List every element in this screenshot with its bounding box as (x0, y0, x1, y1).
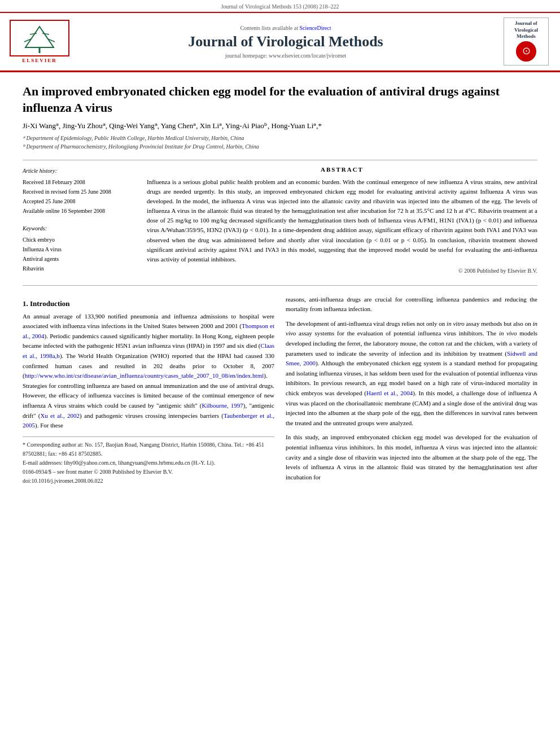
revised-date: Received in revised form 25 June 2008 (23, 187, 135, 196)
journal-citation: Journal of Virological Methods 153 (2008… (221, 3, 339, 10)
journal-logo-right: Journal ofVirologicalMethods ⊙ (504, 18, 549, 65)
keyword-2: Influenza A virus (23, 244, 135, 254)
intro-para-3: The development of anti-influenza viral … (286, 319, 537, 429)
affiliation-a: ᵃ Department of Epidemiology, Public Hea… (23, 134, 537, 142)
caused-word: caused (100, 333, 117, 339)
journal-header: Journal of Virological Methods 153 (2008… (0, 0, 560, 13)
journal-icon: ⊙ (516, 41, 536, 62)
affiliations: ᵃ Department of Epidemiology, Public Hea… (23, 134, 537, 151)
affiliation-b: ᵇ Department of Pharmacochemistry, Heilo… (23, 142, 537, 151)
keywords-box: Keywords: Chick embryo Influenza A virus… (23, 224, 135, 273)
article-history: Article history: Received 18 February 20… (23, 166, 135, 216)
received-date: Received 18 February 2008 (23, 177, 135, 187)
abstract-text: Influenza is a serious global public hea… (147, 177, 537, 264)
main-content: An improved embryonated chicken egg mode… (0, 72, 560, 498)
elsevier-logo-text (10, 20, 69, 56)
article-title: An improved embryonated chicken egg mode… (23, 84, 537, 116)
copyright-line: © 2008 Published by Elsevier B.V. (147, 268, 537, 274)
abstract-section-layout: Article history: Received 18 February 20… (23, 166, 537, 279)
sciencedirect-line: Contents lists available at ScienceDirec… (68, 25, 504, 31)
abstract-right-col: ABSTRACT Influenza is a serious global p… (147, 166, 537, 279)
ref-claas[interactable]: Claas et al., 1998a,b (23, 342, 274, 359)
intro-para-2: reasons, anti-influenza drugs are crucia… (286, 295, 537, 314)
ref-sidwell[interactable]: Sidwell and Smee, 2000 (286, 350, 537, 367)
footnote-issn: 0166-0934/$ – see front matter © 2008 Pu… (23, 468, 274, 477)
online-date: Available online 16 September 2008 (23, 206, 135, 216)
history-title: Article history: (23, 166, 135, 176)
footnote-email: E-mail addresses: lihy00@yahoo.com.cn, l… (23, 458, 274, 468)
accepted-date: Accepted 25 June 2008 (23, 196, 135, 206)
keyword-1: Chick embryo (23, 235, 135, 244)
sciencedirect-link[interactable]: ScienceDirect (299, 25, 331, 31)
journal-banner: ELSEVIER Contents lists available at Sci… (0, 13, 560, 71)
body-two-col: 1. Introduction An annual average of 133… (23, 295, 537, 487)
footnote-corresponding: * Corresponding author at: No. 157, Baoj… (23, 440, 274, 458)
journal-title-banner: Journal of Virological Methods (68, 33, 504, 50)
ref-kilbourne[interactable]: Kilbourne, 1997 (202, 402, 243, 409)
left-meta-col: Article history: Received 18 February 20… (23, 166, 135, 279)
intro-para-4: In this study, an improved embryonated c… (286, 433, 537, 482)
keywords-title: Keywords: (23, 224, 135, 233)
keyword-3: Antiviral agents (23, 254, 135, 264)
divider-2 (23, 285, 537, 286)
ref-haertl[interactable]: Haertl et al., 2004 (366, 390, 413, 396)
abstract-section: ABSTRACT Influenza is a serious global p… (147, 166, 537, 273)
abstract-heading: ABSTRACT (147, 166, 537, 173)
keyword-4: Ribavirin (23, 264, 135, 273)
ref-thompson[interactable]: Thompson et al., 2004 (23, 322, 274, 339)
right-logo-box: Journal ofVirologicalMethods ⊙ (504, 18, 549, 65)
section1-heading: 1. Introduction (23, 299, 274, 308)
ref-xu[interactable]: Xu et al., 2002 (40, 412, 80, 419)
footnote-area: * Corresponding author at: No. 157, Baoj… (23, 436, 274, 486)
ref-who-url[interactable]: http://www.who.int/csr/disease/avian_inf… (25, 372, 264, 379)
elsevier-logo-block: ELSEVIER (11, 20, 68, 63)
journal-homepage: journal homepage: www.elsevier.com/locat… (68, 53, 504, 59)
body-left-col: 1. Introduction An annual average of 133… (23, 295, 274, 487)
authors-line: Ji-Xi Wangᵃ, Jing-Yu Zhouᵃ, Qing-Wei Yan… (23, 121, 537, 130)
body-right-col: reasons, anti-influenza drugs are crucia… (286, 295, 537, 487)
intro-para-1: An annual average of 133,900 notified pn… (23, 312, 274, 431)
footnote-doi: doi:10.1016/j.jviromet.2008.06.022 (23, 477, 274, 486)
elsevier-label: ELSEVIER (22, 58, 57, 63)
banner-center: Contents lists available at ScienceDirec… (68, 25, 504, 59)
divider-1 (23, 160, 537, 160)
